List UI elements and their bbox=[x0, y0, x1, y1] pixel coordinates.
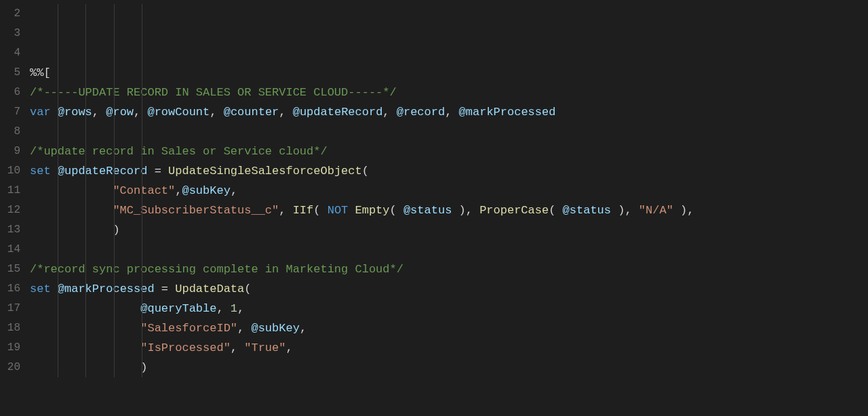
token-string: "Contact" bbox=[113, 184, 175, 197]
line-number: 17 bbox=[0, 299, 20, 318]
token-func: UpdateData bbox=[175, 283, 244, 295]
line-number: 14 bbox=[0, 240, 20, 259]
token-var: @row bbox=[106, 106, 134, 119]
code-line[interactable]: ) bbox=[30, 220, 868, 240]
code-line[interactable]: /*record sync processing complete in Mar… bbox=[30, 259, 868, 279]
token-text: ), bbox=[673, 204, 694, 217]
code-line[interactable]: var @rows, @row, @rowCount, @counter, @u… bbox=[30, 102, 868, 122]
token-comment: /*-----UPDATE RECORD IN SALES OR SERVICE… bbox=[30, 86, 397, 99]
code-line[interactable]: /*-----UPDATE RECORD IN SALES OR SERVICE… bbox=[30, 83, 868, 102]
code-line[interactable]: set @updateRecord = UpdateSingleSalesfor… bbox=[30, 161, 868, 181]
token-text: ( bbox=[549, 204, 562, 217]
token-var: @rowCount bbox=[147, 106, 210, 119]
code-line[interactable]: "Contact",@subKey, bbox=[30, 181, 868, 201]
line-number: 12 bbox=[0, 201, 20, 220]
token-text: = bbox=[155, 283, 176, 295]
code-line[interactable]: "IsProcessed", "True", bbox=[30, 338, 868, 358]
token-text bbox=[348, 204, 355, 217]
code-line[interactable]: "MC_SubscriberStatus__c", IIf( NOT Empty… bbox=[30, 201, 868, 220]
line-number: 6 bbox=[0, 83, 20, 102]
code-line[interactable]: /*update record in Sales or Service clou… bbox=[30, 142, 868, 161]
token-text bbox=[51, 165, 58, 178]
token-var: @counter bbox=[224, 106, 279, 119]
token-text: , bbox=[92, 106, 106, 119]
token-text: %%[ bbox=[30, 66, 51, 79]
token-text: , bbox=[285, 341, 292, 354]
code-editor[interactable]: 234567891011121314151617181920 %%[/*----… bbox=[0, 0, 868, 416]
token-text: ), bbox=[611, 204, 639, 217]
line-number: 5 bbox=[0, 63, 20, 83]
token-text: ( bbox=[390, 204, 403, 217]
token-var: @subKey bbox=[251, 322, 299, 335]
line-number: 19 bbox=[0, 338, 20, 358]
token-text: , bbox=[175, 184, 182, 197]
token-var: @updateRecord bbox=[293, 106, 383, 119]
token-string: "MC_SubscriberStatus__c" bbox=[113, 204, 279, 217]
code-line[interactable] bbox=[30, 122, 868, 142]
token-text: , bbox=[237, 322, 251, 335]
code-line[interactable]: "SalesforceID", @subKey, bbox=[30, 318, 868, 338]
token-text: = bbox=[147, 165, 168, 178]
token-text: , bbox=[279, 106, 292, 119]
line-number: 13 bbox=[0, 220, 20, 240]
token-text: , bbox=[231, 341, 244, 354]
token-var: @record bbox=[397, 106, 445, 119]
token-text: , bbox=[445, 106, 458, 119]
code-line[interactable]: set @markProcessed = UpdateData( bbox=[30, 279, 868, 299]
token-text bbox=[30, 341, 140, 354]
token-text: , bbox=[231, 184, 237, 197]
token-text: , bbox=[216, 302, 230, 315]
line-number: 2 bbox=[0, 4, 20, 24]
token-text bbox=[30, 204, 113, 217]
code-area[interactable]: %%[/*-----UPDATE RECORD IN SALES OR SERV… bbox=[23, 0, 868, 416]
code-line[interactable] bbox=[30, 377, 868, 397]
token-text bbox=[30, 184, 113, 197]
line-number: 15 bbox=[0, 259, 20, 279]
token-text: ( bbox=[313, 204, 327, 217]
token-string: "SalesforceID" bbox=[140, 322, 237, 335]
code-line[interactable] bbox=[30, 397, 868, 416]
token-text: , bbox=[279, 204, 292, 217]
code-line[interactable]: ) bbox=[30, 358, 868, 377]
token-text: , bbox=[300, 322, 307, 335]
token-comment: /*record sync processing complete in Mar… bbox=[30, 263, 403, 276]
token-var: @markProcessed bbox=[459, 106, 556, 119]
token-string: "N/A" bbox=[639, 204, 673, 217]
token-string: "True" bbox=[244, 341, 285, 354]
line-number: 18 bbox=[0, 318, 20, 338]
token-text bbox=[51, 283, 58, 295]
token-text bbox=[30, 302, 140, 315]
token-text: , bbox=[134, 106, 147, 119]
token-text: ( bbox=[244, 283, 251, 295]
token-var: @updateRecord bbox=[58, 165, 148, 178]
line-number-gutter: 234567891011121314151617181920 bbox=[0, 0, 23, 416]
token-text bbox=[51, 106, 58, 119]
code-line[interactable]: @queryTable, 1, bbox=[30, 299, 868, 318]
token-var: @status bbox=[403, 204, 452, 217]
token-text: ), bbox=[452, 204, 479, 217]
token-keyword: var bbox=[30, 106, 51, 119]
line-number: 10 bbox=[0, 161, 20, 181]
token-var: @rows bbox=[58, 106, 92, 119]
token-func: IIf bbox=[293, 204, 314, 217]
line-number: 20 bbox=[0, 358, 20, 377]
token-text: , bbox=[237, 302, 244, 315]
token-text: , bbox=[382, 106, 396, 119]
code-line[interactable] bbox=[30, 240, 868, 259]
code-line[interactable]: %%[ bbox=[30, 63, 868, 83]
line-number: 16 bbox=[0, 279, 20, 299]
token-string: "IsProcessed" bbox=[140, 341, 231, 354]
token-keyword: set bbox=[30, 283, 51, 295]
token-comment: /*update record in Sales or Service clou… bbox=[30, 145, 328, 158]
line-number: 11 bbox=[0, 181, 20, 201]
token-text: ( bbox=[362, 165, 369, 178]
token-var: @status bbox=[563, 204, 611, 217]
token-var: @markProcessed bbox=[58, 283, 155, 295]
token-text bbox=[30, 322, 140, 335]
line-number: 9 bbox=[0, 142, 20, 161]
token-func: Empty bbox=[355, 204, 390, 217]
token-keyword: set bbox=[30, 165, 51, 178]
token-num: 1 bbox=[231, 302, 237, 315]
token-func: UpdateSingleSalesforceObject bbox=[168, 165, 362, 178]
token-var: @subKey bbox=[182, 184, 230, 197]
